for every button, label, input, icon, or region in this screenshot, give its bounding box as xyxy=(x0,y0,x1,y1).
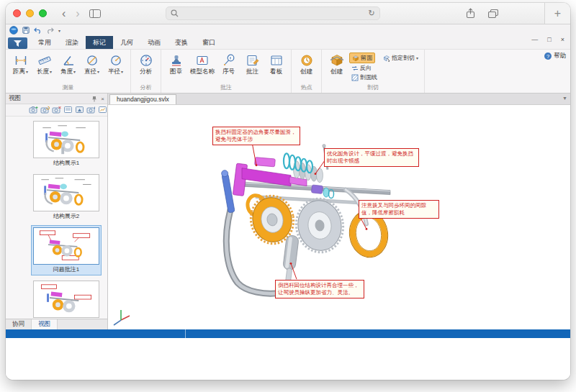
cad-application: ▾ 常用 渲染 标记 几何 动画 变换 窗口 — □ × xyxy=(6,24,570,380)
document-tab[interactable]: huandangjigou.svlx xyxy=(109,94,176,104)
sidebar-toggle-icon[interactable] xyxy=(89,9,101,18)
angle-icon xyxy=(61,53,76,68)
tab-chuangkou[interactable]: 窗口 xyxy=(195,36,222,49)
measure-diameter-button[interactable]: 直径 xyxy=(81,52,103,77)
measure-angle-button[interactable]: 角度 xyxy=(57,52,79,77)
close-window-button[interactable] xyxy=(13,9,21,17)
analysis-button[interactable]: 分析 xyxy=(135,52,157,77)
board-button[interactable]: 看板 xyxy=(265,52,287,77)
group-label-hotspot: 热点 xyxy=(292,83,321,93)
views-panel-header: 视图 × xyxy=(6,94,107,104)
annotation-button[interactable]: 批注 xyxy=(241,52,264,77)
measure-radius-button[interactable]: 半径 xyxy=(104,52,127,77)
orientation-axes xyxy=(114,310,130,325)
balloon-number-icon xyxy=(222,53,236,68)
save-icon[interactable] xyxy=(22,27,30,34)
app-restore-button[interactable]: □ xyxy=(547,36,551,43)
tab-xuanran[interactable]: 渲染 xyxy=(58,36,86,49)
views-panel-title: 视图 xyxy=(9,94,21,103)
qat-more-icon[interactable]: ▾ xyxy=(58,28,60,33)
view-thumbnail xyxy=(33,281,99,318)
undo-icon[interactable] xyxy=(34,27,42,34)
view-tool-icon[interactable] xyxy=(98,104,107,117)
search-icon xyxy=(171,9,179,17)
close-panel-icon[interactable]: × xyxy=(101,96,104,102)
views-list: 结构展示1 xyxy=(6,117,107,319)
app-minimize-button[interactable]: — xyxy=(531,36,538,43)
view-tool-icon[interactable] xyxy=(52,104,61,117)
help-button[interactable]: ? 帮助 xyxy=(544,52,566,60)
length-icon xyxy=(37,53,52,68)
view-item-selected[interactable]: 问题批注1 xyxy=(32,226,101,275)
group-label-analysis: 分析 xyxy=(131,83,161,93)
view-thumbnail xyxy=(33,174,99,211)
model-name-button[interactable]: 模型名称 xyxy=(189,52,216,77)
views-toolbar xyxy=(6,104,107,117)
forward-button[interactable]: › xyxy=(71,4,84,24)
workspace: 视图 × xyxy=(6,94,570,329)
reverse-section-button[interactable]: 反向 xyxy=(349,63,420,73)
app-close-button[interactable]: × xyxy=(561,36,564,43)
ribbon-tab-bar: 常用 渲染 标记 几何 动画 变换 窗口 — □ × xyxy=(6,36,570,49)
zoom-window-button[interactable] xyxy=(39,9,47,17)
share-button[interactable] xyxy=(466,8,475,19)
assign-section-icon xyxy=(383,55,390,62)
group-label-section: 剖切 xyxy=(322,83,424,93)
app-logo-icon xyxy=(9,26,18,35)
tab-donghua[interactable]: 动画 xyxy=(140,36,168,49)
view-item[interactable] xyxy=(32,279,101,319)
diameter-icon xyxy=(85,53,99,68)
pin-icon[interactable] xyxy=(91,96,97,102)
tab-changyong[interactable]: 常用 xyxy=(31,36,58,49)
distance-icon xyxy=(14,53,28,68)
model-viewport[interactable]: 换挡杆固定器的边角要尽量圆滑，避免与壳体干涉 优化圆角设计，平缓过渡，避免换挡时… xyxy=(108,104,570,329)
ribbon-group-section: 创建 留面 指定剖切 ▾ xyxy=(322,50,425,93)
window-footer xyxy=(6,338,570,380)
desktop: ‹ › ↻ + xyxy=(0,0,576,392)
radius-icon xyxy=(109,53,123,68)
minimize-window-button[interactable] xyxy=(26,9,34,17)
section-create-button[interactable]: 创建 xyxy=(325,52,348,77)
board-icon xyxy=(269,53,284,68)
assign-section-button[interactable]: 指定剖切 ▾ xyxy=(381,53,420,63)
view-tool-icon[interactable] xyxy=(75,104,84,117)
tab-biaoji[interactable]: 标记 xyxy=(86,36,113,49)
view-item[interactable]: 结构展示1 xyxy=(32,119,101,168)
reverse-icon xyxy=(351,65,359,71)
hatch-icon xyxy=(351,74,359,81)
redo-icon[interactable] xyxy=(46,27,54,34)
view-item[interactable]: 结构展示2 xyxy=(32,173,101,222)
reload-button[interactable]: ↻ xyxy=(368,9,374,18)
stamp-button[interactable]: 图章 xyxy=(165,52,187,77)
hotspot-create-button[interactable]: 创建 xyxy=(295,52,318,77)
measure-distance-button[interactable]: 距离 xyxy=(9,52,32,77)
note-icon xyxy=(246,53,260,68)
ribbon-group-measure: 距离 长度 角度 xyxy=(6,50,131,93)
ribbon-group-analysis: 分析 分析 xyxy=(131,50,161,93)
views-panel: 视图 × xyxy=(6,94,108,329)
tab-bianhuan[interactable]: 变换 xyxy=(168,36,195,49)
app-menu-button[interactable] xyxy=(8,37,27,49)
tab-jihe[interactable]: 几何 xyxy=(113,36,140,49)
group-label-annotate: 批注 xyxy=(161,83,291,93)
quick-access-toolbar: ▾ xyxy=(6,24,570,36)
tab-views[interactable]: 视图 xyxy=(32,319,58,329)
traffic-lights xyxy=(13,9,47,17)
sequence-number-button[interactable]: 序号 xyxy=(217,52,240,77)
tab-overview-button[interactable] xyxy=(488,9,498,18)
tab-list-icon[interactable]: ▼ xyxy=(562,96,567,101)
stamp-icon xyxy=(169,53,184,68)
view-tool-icon[interactable] xyxy=(29,104,38,117)
view-tool-icon[interactable] xyxy=(63,104,73,117)
tab-collaboration[interactable]: 协同 xyxy=(6,319,32,329)
back-button[interactable]: ‹ xyxy=(57,4,71,24)
ribbon: 距离 长度 角度 xyxy=(6,49,570,94)
measure-length-button[interactable]: 长度 xyxy=(33,52,55,77)
view-tool-icon[interactable] xyxy=(86,104,96,117)
panel-bottom-tabs: 协同 视图 xyxy=(6,319,107,329)
view-tool-icon[interactable] xyxy=(40,104,50,117)
keep-face-toggle[interactable]: 留面 xyxy=(349,53,375,63)
address-bar[interactable]: ↻ xyxy=(166,6,380,20)
new-tab-button[interactable]: + xyxy=(544,3,570,24)
hatch-button[interactable]: 剖面线 xyxy=(349,73,420,82)
